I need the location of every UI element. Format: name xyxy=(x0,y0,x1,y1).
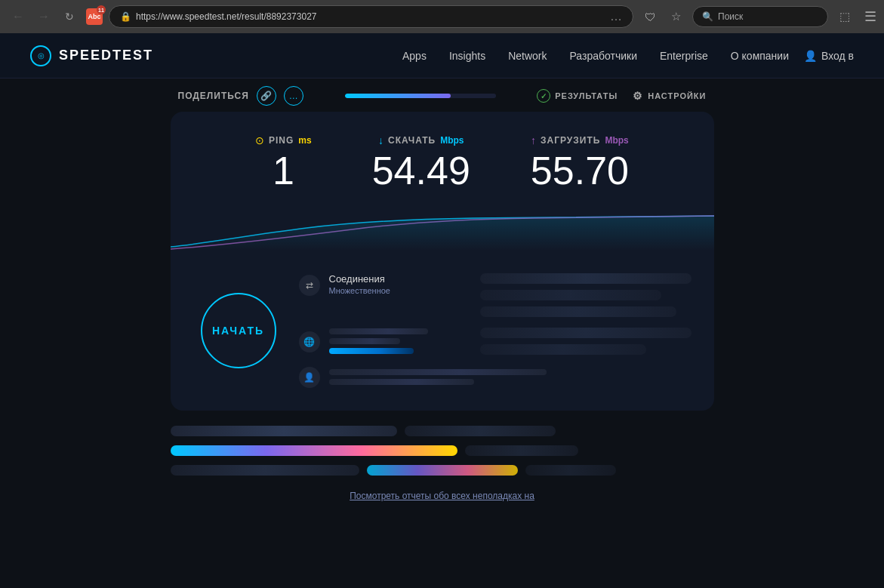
logo-area: ◎ SPEEDTEST xyxy=(30,45,153,66)
upload-value: 55.70 xyxy=(531,151,629,190)
nav-buttons: ← → ↻ xyxy=(8,6,80,27)
bookmark-icon[interactable]: ☆ xyxy=(665,6,686,27)
search-icon: 🔍 xyxy=(702,11,713,22)
user-bars xyxy=(329,369,691,385)
settings-gear-icon: ⚙ xyxy=(633,90,643,102)
share-options-button[interactable]: … xyxy=(284,86,303,106)
share-right: ✓ РЕЗУЛЬТАТЫ ⚙ НАСТРОЙКИ xyxy=(537,89,706,103)
nav-apps[interactable]: Apps xyxy=(402,50,427,62)
server-bars xyxy=(329,328,471,354)
nav-enterprise[interactable]: Enterprise xyxy=(660,50,708,62)
speedtest-logo-text: SPEEDTEST xyxy=(59,48,153,63)
download-header: ↓ СКАЧАТЬ Mbps xyxy=(378,134,464,146)
speed-graph xyxy=(171,205,714,251)
download-unit: Mbps xyxy=(440,135,464,146)
ping-metric: ⊙ PING ms 1 xyxy=(255,134,312,190)
speedtest-page: ◎ SPEEDTEST Apps Insights Network Разраб… xyxy=(0,33,884,588)
settings-button[interactable]: ⚙ НАСТРОЙКИ xyxy=(633,90,706,102)
toolbar-icons: 🛡 ☆ xyxy=(639,6,686,27)
ping-icon: ⊙ xyxy=(255,134,264,146)
server-icon: 🌐 xyxy=(299,331,320,352)
ping-value: 1 xyxy=(273,151,294,190)
server-bar xyxy=(329,328,429,334)
results-button[interactable]: ✓ РЕЗУЛЬТАТЫ xyxy=(537,89,618,103)
connection-title: Соединения xyxy=(329,273,471,285)
browser-toolbar: ← → ↻ Abc 11 🔒 https://www.speedtest.net… xyxy=(0,0,884,33)
upload-label: ЗАГРУЗИТЬ xyxy=(541,135,600,146)
skeleton-bar xyxy=(480,328,691,338)
nav-network[interactable]: Network xyxy=(508,50,547,62)
skeleton-bar xyxy=(480,273,691,284)
speed-bar-row-1 xyxy=(171,426,714,436)
server-skeletons xyxy=(480,328,691,355)
ping-unit: ms xyxy=(298,135,311,146)
login-text: Вход в xyxy=(821,50,854,62)
user-icon: 👤 xyxy=(299,367,320,388)
upload-unit: Mbps xyxy=(605,135,628,146)
share-link-button[interactable]: 🔗 xyxy=(257,86,276,106)
ping-header: ⊙ PING ms xyxy=(255,134,312,146)
forward-button[interactable]: → xyxy=(33,6,54,27)
share-bar: ПОДЕЛИТЬСЯ 🔗 … ✓ РЕЗУЛЬТАТЫ ⚙ НАСТРОЙКИ xyxy=(171,86,714,106)
speedtest-logo-icon: ◎ xyxy=(30,45,51,66)
server-bar xyxy=(329,338,400,344)
user-bar xyxy=(329,379,474,385)
result-card: ⊙ PING ms 1 ↓ СКАЧАТЬ Mbps 54.49 xyxy=(171,112,714,411)
nav-about[interactable]: О компании xyxy=(731,50,789,62)
speed-bar xyxy=(171,465,359,476)
metrics-row: ⊙ PING ms 1 ↓ СКАЧАТЬ Mbps 54.49 xyxy=(171,112,714,205)
nav-login[interactable]: 👤 Вход в xyxy=(804,50,854,62)
extensions-button[interactable]: ⬚ xyxy=(834,6,855,27)
main-content: ПОДЕЛИТЬСЯ 🔗 … ✓ РЕЗУЛЬТАТЫ ⚙ НАСТРОЙКИ xyxy=(0,79,884,588)
speed-bar-row-3 xyxy=(171,465,714,476)
address-options-icon[interactable]: … xyxy=(610,10,622,23)
share-progress-bar xyxy=(345,94,496,98)
server-row: 🌐 xyxy=(299,328,691,355)
address-bar[interactable]: 🔒 https://www.speedtest.net/result/88923… xyxy=(109,5,633,28)
connection-content: Соединения Множественное xyxy=(329,273,471,295)
skeleton-bar xyxy=(480,290,661,300)
footer-link[interactable]: Посмотреть отчеты обо всех неполадках на xyxy=(350,491,534,501)
start-button-area: НАЧАТЬ xyxy=(193,273,284,388)
speedtest-nav: ◎ SPEEDTEST Apps Insights Network Разраб… xyxy=(0,33,884,79)
results-check-icon: ✓ xyxy=(537,89,550,103)
nav-links: Apps Insights Network Разработчики Enter… xyxy=(402,50,789,62)
lock-icon: 🔒 xyxy=(120,11,131,22)
connection-subtitle: Множественное xyxy=(329,286,471,295)
download-label: СКАЧАТЬ xyxy=(388,135,436,146)
info-panels: ⇄ Соединения Множественное 🌐 xyxy=(299,273,691,388)
start-button[interactable]: НАЧАТЬ xyxy=(201,293,276,368)
extension-icon[interactable]: Abc 11 xyxy=(86,8,103,25)
user-row: 👤 xyxy=(299,365,691,388)
skeleton-bar xyxy=(480,344,646,355)
speed-bar xyxy=(405,426,556,436)
search-bar[interactable]: 🔍 Поиск xyxy=(692,6,828,27)
settings-label: НАСТРОЙКИ xyxy=(648,91,706,100)
browser-chrome: ← → ↻ Abc 11 🔒 https://www.speedtest.net… xyxy=(0,0,884,33)
user-icon: 👤 xyxy=(804,50,817,62)
shield-icon[interactable]: 🛡 xyxy=(639,6,661,27)
connection-skeletons xyxy=(480,273,691,317)
share-progress-fill xyxy=(345,94,451,98)
user-bar xyxy=(329,369,547,375)
colorful-speed-bar xyxy=(367,465,518,476)
download-icon: ↓ xyxy=(378,134,383,146)
nav-developers[interactable]: Разработчики xyxy=(570,50,637,62)
share-left: ПОДЕЛИТЬСЯ 🔗 … xyxy=(178,86,303,106)
search-input[interactable]: Поиск xyxy=(718,11,743,22)
refresh-button[interactable]: ↻ xyxy=(59,6,80,27)
connection-icon: ⇄ xyxy=(299,275,320,296)
upload-header: ↑ ЗАГРУЗИТЬ Mbps xyxy=(531,134,629,146)
menu-button[interactable]: ☰ xyxy=(864,8,876,25)
nav-insights[interactable]: Insights xyxy=(449,50,485,62)
back-button[interactable]: ← xyxy=(8,6,29,27)
speed-bar-row-2 xyxy=(171,445,714,456)
speed-bar xyxy=(465,445,578,456)
server-bar-highlight xyxy=(329,348,414,354)
speed-bar xyxy=(525,465,616,476)
share-label: ПОДЕЛИТЬСЯ xyxy=(178,91,249,101)
skeleton-bar xyxy=(480,306,676,317)
lower-content: НАЧАТЬ ⇄ Соединения Множественное xyxy=(171,258,714,411)
results-label: РЕЗУЛЬТАТЫ xyxy=(555,91,618,100)
address-text: https://www.speedtest.net/result/8892373… xyxy=(136,11,605,22)
